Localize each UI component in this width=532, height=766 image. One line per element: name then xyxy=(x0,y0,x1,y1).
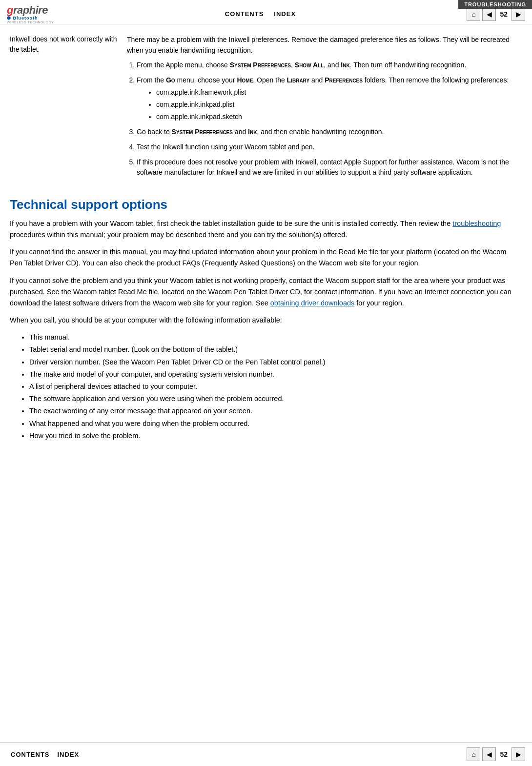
footer: CONTENTS INDEX ⌂ ◀ 52 ▶ xyxy=(0,742,532,766)
bullet-6: The software application and version you… xyxy=(29,393,517,404)
tech-para-3: If you cannot solve the problem and you … xyxy=(10,275,517,309)
tech-para-2: If you cannot find the answer in this ma… xyxy=(10,246,517,269)
problem-label: Inkwell does not work correctly with the… xyxy=(10,34,117,182)
footer-page-number: 52 xyxy=(498,750,510,758)
footer-back-button[interactable]: ◀ xyxy=(482,747,496,761)
logo-tagline: WIRELESS TECHNOLOGY xyxy=(7,20,54,24)
footer-home-button[interactable]: ⌂ xyxy=(467,747,480,761)
page-number: 52 xyxy=(498,10,510,18)
technical-support-heading: Technical support options xyxy=(10,197,517,212)
bullet-9: How you tried to solve the problem. xyxy=(29,430,517,442)
solution-intro: There may be a problem with the Inkwell … xyxy=(127,34,517,56)
preferences-list: com.apple.ink.framework.plist com.apple.… xyxy=(156,87,517,122)
bullet-4: The make and model of your computer, and… xyxy=(29,369,517,380)
bullet-1: This manual. xyxy=(29,332,517,343)
footer-contents-link[interactable]: CONTENTS xyxy=(7,750,54,759)
back-button[interactable]: ◀ xyxy=(482,7,496,21)
step-3: Go back to System Preferences and Ink, a… xyxy=(137,127,517,137)
pref-2: com.apple.ink.inkpad.plist xyxy=(156,100,517,110)
step-1: From the Apple menu, choose System Prefe… xyxy=(137,60,517,70)
problem-row: Inkwell does not work correctly with the… xyxy=(10,34,517,182)
troubleshooting-tab: TROUBLESHOOTING xyxy=(458,0,532,9)
footer-right: ⌂ ◀ 52 ▶ xyxy=(467,747,525,761)
tech-para-4: When you call, you should be at your com… xyxy=(10,315,517,326)
contents-link[interactable]: CONTENTS xyxy=(221,9,268,19)
bullet-8: What happened and what you were doing wh… xyxy=(29,418,517,429)
footer-forward-button[interactable]: ▶ xyxy=(512,747,525,761)
driver-downloads-link[interactable]: obtaining driver downloads xyxy=(270,299,355,307)
footer-index-link[interactable]: INDEX xyxy=(54,750,83,759)
header-left: graphire ⬢ Bluetooth WIRELESS TECHNOLOGY xyxy=(7,4,54,24)
footer-nav: CONTENTS INDEX xyxy=(7,750,83,759)
when-you-call-list: This manual. Tablet serial and model num… xyxy=(29,332,517,442)
bullet-5: A list of peripheral devices attached to… xyxy=(29,381,517,392)
problem-solution: There may be a problem with the Inkwell … xyxy=(127,34,517,182)
step-5: If this procedure does not resolve your … xyxy=(137,157,517,178)
main-content: Inkwell does not work correctly with the… xyxy=(0,24,532,457)
forward-button[interactable]: ▶ xyxy=(512,7,525,21)
index-link[interactable]: INDEX xyxy=(270,9,300,19)
steps-list: From the Apple menu, choose System Prefe… xyxy=(137,60,517,178)
logo-name: graphire xyxy=(7,4,48,17)
header: graphire ⬢ Bluetooth WIRELESS TECHNOLOGY… xyxy=(0,0,532,24)
step-4: Test the Inkwell function using your Wac… xyxy=(137,142,517,152)
bullet-2: Tablet serial and model number. (Look on… xyxy=(29,344,517,355)
bullet-7: The exact wording of any error message t… xyxy=(29,405,517,417)
troubleshooting-link[interactable]: troubleshooting xyxy=(452,220,501,227)
pref-1: com.apple.ink.framework.plist xyxy=(156,87,517,98)
pref-3: com.apple.ink.inkpad.sketch xyxy=(156,112,517,122)
header-nav: CONTENTS INDEX xyxy=(54,9,467,19)
step-2: From the Go menu, choose your Home. Open… xyxy=(137,75,517,122)
bullet-3: Driver version number. (See the Wacom Pe… xyxy=(29,357,517,368)
header-right: ⌂ ◀ 52 ▶ xyxy=(467,7,525,21)
logo-bluetooth: ⬢ Bluetooth xyxy=(7,16,38,20)
logo: graphire ⬢ Bluetooth WIRELESS TECHNOLOGY xyxy=(7,4,54,24)
home-button[interactable]: ⌂ xyxy=(467,7,480,21)
tech-para-1: If you have a problem with your Wacom ta… xyxy=(10,218,517,241)
